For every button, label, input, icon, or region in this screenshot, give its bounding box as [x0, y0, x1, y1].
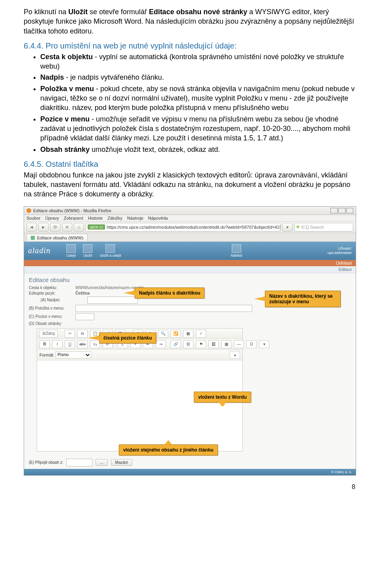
btn-mazani[interactable]: Mazání: [111, 459, 133, 466]
heading-645: 6.4.5. Ostatní tlačítka: [24, 160, 355, 169]
btn-cut[interactable]: ✂: [65, 330, 75, 338]
btn-zdroj[interactable]: ☰ Zdroj: [39, 330, 58, 338]
window-buttons: [330, 208, 353, 213]
stop-button[interactable]: ✕: [62, 223, 72, 231]
bullet-pozice: Pozice v menu - umožňuje seřadit ve výpi…: [40, 114, 355, 143]
lbl-jazyk: Editujete jazyk:: [29, 291, 73, 295]
app-logo: aladin: [28, 246, 51, 255]
go-button[interactable]: ▾: [282, 223, 293, 231]
footer-copyright: © Ostrv, a. s.: [331, 470, 352, 474]
intro-ulozit: Uložit: [68, 8, 88, 16]
menu-napoveda[interactable]: Nápověda: [148, 216, 168, 220]
btn-anchor[interactable]: ⚑: [196, 340, 206, 348]
search-placeholder: ICQ Search: [301, 225, 324, 230]
toolbar-ulozit-odejit[interactable]: Uložit a odejít: [99, 244, 121, 258]
window-title: Editace obsahu (WWW) - Mozilla Firefox: [33, 208, 111, 213]
editor-canvas[interactable]: [37, 360, 242, 451]
toolbar-nahled[interactable]: Náhled: [231, 244, 242, 258]
heading-644-title: Pro umístění na web je nutné vyplnit nás…: [43, 41, 236, 50]
lbl-d: (D) Obsah stránky:: [29, 321, 73, 326]
bullet-obsah: Obsah stránky umožňuje vložit text, obrá…: [40, 145, 355, 154]
btn-spell[interactable]: ✓: [196, 330, 206, 338]
heading-645-num: 6.4.5.: [24, 160, 43, 168]
menu-historie[interactable]: Historie: [88, 216, 103, 220]
heading-645-title: Ostatní tlačítka: [43, 160, 98, 168]
btn-unlink[interactable]: ⛓: [183, 340, 193, 348]
firefox-icon: [26, 208, 31, 213]
menu-nastroje[interactable]: Nástroje: [127, 216, 143, 220]
search-icon: ❀: [296, 224, 300, 230]
menu-soubor[interactable]: Soubor: [26, 216, 40, 220]
btn-strike[interactable]: abc: [77, 340, 88, 348]
btn-char[interactable]: Ω: [246, 340, 257, 348]
val-jazyk: Čeština: [75, 291, 90, 295]
back-button[interactable]: ◄: [26, 223, 37, 231]
app-footer: © Ostrv, a. s.: [24, 469, 356, 475]
btn-selectall[interactable]: ▦: [183, 330, 193, 338]
callout-pripojit: vložení stejného obsahu z jiného článku: [119, 444, 218, 455]
btn-hr[interactable]: —: [234, 340, 244, 348]
btn-replace[interactable]: 🔁: [171, 330, 181, 338]
btn-bold[interactable]: B: [39, 340, 50, 348]
lbl-format: Formát: [39, 353, 53, 357]
forward-button[interactable]: ►: [38, 223, 49, 231]
intro-mid1: se otevře formulář: [88, 8, 149, 16]
url-text: https://cms.upce.cz/admin/modules/webmod…: [107, 225, 281, 230]
val-cesta: WWW/univerzita/historie/nazev-novehs: [75, 286, 144, 290]
save-exit-icon: [105, 244, 115, 253]
app-toolbar: Odejít Uložit Uložit a odejít Náhled: [66, 244, 242, 258]
browser-search[interactable]: ❀ ICQ Search: [294, 223, 353, 231]
select-format[interactable]: Písmo: [56, 351, 91, 358]
browser-navbar: ◄ ► ⟳ ✕ ⌂ upce.cz https://cms.upce.cz/ad…: [24, 222, 356, 233]
row-e-pripojit: (E) Připojit obsah z: ... Mazání: [24, 456, 356, 469]
btn-image[interactable]: 🖼: [208, 340, 219, 348]
editor-toolbar-3: Formát Písmo ▴: [37, 350, 242, 360]
browser-tabbar: Editace obsahu (WWW): [24, 233, 356, 242]
callout-word: vložení textu z Wordu: [194, 392, 251, 403]
lbl-b: (B) Položka v menu:: [29, 306, 73, 310]
menu-zalozky[interactable]: Záložky: [107, 216, 122, 220]
btn-find[interactable]: 🔍: [158, 330, 168, 338]
logout-link[interactable]: Odhlásit: [336, 261, 352, 265]
btn-more[interactable]: ▾: [259, 340, 269, 348]
input-polozka-menu[interactable]: [75, 305, 252, 312]
toolbar-odejit[interactable]: Odejít: [66, 244, 76, 258]
url-bar[interactable]: upce.cz https://cms.upce.cz/admin/module…: [86, 223, 281, 231]
app-subbar: Odhlásit: [24, 260, 356, 266]
breadcrumb-right: Editace: [339, 267, 352, 272]
input-pozice-menu[interactable]: [75, 313, 94, 320]
browser-tab[interactable]: Editace obsahu (WWW): [26, 234, 88, 241]
window-titlebar: Editace obsahu (WWW) - Mozilla Firefox: [24, 207, 356, 215]
breadcrumb-bar: Editace: [24, 266, 356, 273]
maximize-button[interactable]: [338, 208, 345, 213]
callout-pozice: číselná pozice článku: [99, 332, 156, 343]
menu-upravy[interactable]: Úpravy: [45, 216, 59, 220]
screenshot-editor: Editace obsahu (WWW) - Mozilla Firefox S…: [24, 206, 356, 476]
btn-collapse[interactable]: ▴: [230, 351, 240, 359]
btn-italic[interactable]: I: [52, 340, 62, 348]
minimize-button[interactable]: [330, 208, 338, 213]
btn-table[interactable]: ▦: [221, 340, 231, 348]
heading-644-num: 6.4.4.: [24, 41, 43, 50]
btn-link[interactable]: 🔗: [171, 340, 181, 348]
row-d-obsah: (D) Obsah stránky:: [29, 321, 351, 326]
btn-browse[interactable]: ...: [96, 459, 107, 466]
input-pripojit[interactable]: [66, 459, 92, 467]
home-button[interactable]: ⌂: [74, 223, 84, 231]
save-icon: [83, 244, 92, 253]
toolbar-ulozit[interactable]: Uložit: [83, 244, 92, 258]
page-number: 8: [24, 476, 355, 491]
btn-indent[interactable]: ⇥: [156, 340, 166, 348]
btn-underline[interactable]: U: [65, 340, 75, 348]
lbl-e: (E) Připojit obsah z:: [29, 460, 63, 465]
lbl-cesta: Cesta k objektu:: [29, 286, 73, 290]
close-button[interactable]: [346, 208, 353, 213]
heading-644: 6.4.4. Pro umístění na web je nutné vypl…: [24, 41, 355, 50]
form-title: Editace obsahu: [29, 276, 351, 283]
menu-zobrazeni[interactable]: Zobrazení: [64, 216, 83, 220]
btn-copy[interactable]: ⧉: [77, 330, 88, 338]
callout-nazev-menu: Název s diakritikou, který se zobrazuje …: [265, 291, 341, 307]
reload-button[interactable]: ⟳: [50, 223, 60, 231]
form-area: Editace obsahu Cesta k objektu: WWW/univ…: [24, 273, 356, 456]
input-nadpis[interactable]: [87, 297, 138, 304]
